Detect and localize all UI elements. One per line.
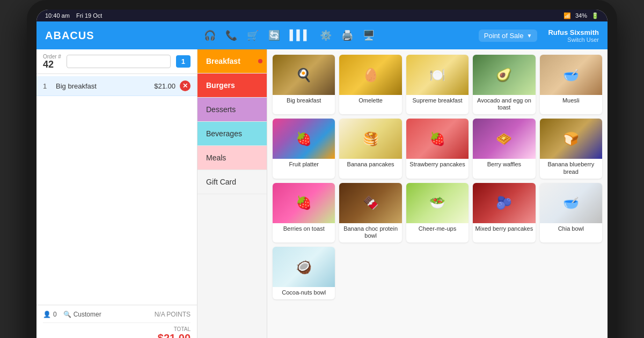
product-name: Banana pancakes	[339, 159, 401, 171]
category-meals[interactable]: Meals	[197, 146, 267, 170]
order-panel: Order # 42 1 1 Big breakfast $21.00 ✕	[36, 49, 197, 338]
product-name: Fruit platter	[273, 159, 335, 171]
product-strawberry-pancakes[interactable]: 🍓 Strawberry pancakes	[406, 119, 469, 178]
category-beverages[interactable]: Beverages	[197, 122, 267, 146]
product-big-breakfast[interactable]: 🍳 Big breakfast	[273, 55, 335, 114]
customer-name-field[interactable]: 🔍 Customer	[63, 311, 101, 318]
customer-left: 👤 0 🔍 Customer	[43, 311, 101, 318]
category-gift-card[interactable]: Gift Card	[197, 170, 267, 194]
product-name: Omelette	[339, 95, 401, 107]
product-fruit-platter[interactable]: 🍓 Fruit platter	[273, 119, 335, 178]
status-bar: 10:40 am Fri 19 Oct 📶 34% 🔋	[36, 10, 608, 21]
product-name: Cheer-me-ups	[406, 223, 469, 236]
status-time-date: 10:40 am Fri 19 Oct	[45, 12, 102, 19]
product-image: 🥥	[273, 247, 335, 287]
product-image: 🍫	[339, 183, 401, 223]
barcode-icon[interactable]: ▌▌▌	[290, 30, 310, 41]
product-berry-waffles[interactable]: 🧇 Berry waffles	[473, 119, 535, 178]
order-item-price: $21.00	[154, 82, 175, 90]
product-banana-blueberry[interactable]: 🍞 Banana blueberry bread	[540, 119, 602, 178]
category-breakfast[interactable]: Breakfast	[197, 49, 267, 74]
screen: 10:40 am Fri 19 Oct 📶 34% 🔋 ABACUS 🎧 📞 🛒…	[36, 10, 608, 338]
battery-icon: 🔋	[591, 12, 599, 19]
product-name: Berries on toast	[273, 223, 335, 236]
product-name: Strawberry pancakes	[406, 159, 469, 171]
product-image: 🫐	[473, 183, 535, 223]
settings-icon[interactable]: ⚙️	[320, 30, 332, 41]
product-muesli[interactable]: 🥣 Muesli	[540, 55, 602, 114]
product-name: Mixed berry pancakes	[473, 223, 535, 236]
product-name: Muesli	[540, 95, 602, 107]
phone-icon[interactable]: 📞	[225, 30, 237, 41]
order-number: 42	[43, 60, 61, 69]
order-search-input[interactable]	[67, 55, 171, 68]
product-image: 🍞	[540, 119, 602, 159]
product-name: Chia bowl	[540, 223, 602, 236]
product-name: Cocoa-nuts bowl	[273, 287, 335, 299]
toolbar: ABACUS 🎧 📞 🛒 🔄 ▌▌▌ ⚙️ 🖨️ 🖥️ Point of Sal…	[36, 21, 608, 49]
product-name: Berry waffles	[473, 159, 535, 171]
user-info: Rufus Sixsmith Switch User	[548, 28, 599, 43]
device-frame: 10:40 am Fri 19 Oct 📶 34% 🔋 ABACUS 🎧 📞 🛒…	[27, 0, 617, 338]
order-items-list: 1 Big breakfast $21.00 ✕	[36, 74, 197, 305]
product-name: Supreme breakfast	[406, 95, 469, 107]
product-supreme-breakfast[interactable]: 🍽️ Supreme breakfast	[406, 55, 469, 114]
switch-user-link[interactable]: Switch User	[548, 36, 599, 43]
product-image: 🥚	[339, 55, 401, 95]
product-image: 🥣	[540, 55, 602, 95]
product-image: 🍓	[406, 119, 469, 159]
product-banana-pancakes[interactable]: 🥞 Banana pancakes	[339, 119, 401, 178]
products-grid: 🍳 Big breakfast 🥚 Omelette 🍽️ Supreme br…	[273, 55, 602, 299]
category-desserts[interactable]: Desserts	[197, 98, 267, 122]
order-item[interactable]: 1 Big breakfast $21.00 ✕	[36, 76, 197, 96]
customer-count: 👤 0	[43, 311, 57, 318]
battery-level: 34%	[575, 12, 587, 19]
product-image: 🥗	[406, 183, 469, 223]
product-berries-toast[interactable]: 🍓 Berries on toast	[273, 183, 335, 243]
chevron-down-icon: ▼	[526, 33, 532, 39]
product-banana-choc[interactable]: 🍫 Banana choc protein bowl	[339, 183, 401, 243]
product-chia-bowl[interactable]: 🥣 Chia bowl	[540, 183, 602, 243]
categories-panel: Breakfast Burgers Desserts Beverages Mea…	[197, 49, 267, 338]
refresh-icon[interactable]: 🔄	[268, 30, 280, 41]
pos-selector[interactable]: Point of Sale ▼	[479, 30, 538, 42]
order-number-block: Order # 42	[43, 54, 61, 69]
product-avocado-egg[interactable]: 🥑 Avocado and egg on toast	[473, 55, 535, 114]
points-display: N/A POINTS	[155, 311, 191, 318]
product-cheer-me-ups[interactable]: 🥗 Cheer-me-ups	[406, 183, 469, 243]
product-cocoa-nuts[interactable]: 🥥 Cocoa-nuts bowl	[273, 247, 335, 299]
main-content: Order # 42 1 1 Big breakfast $21.00 ✕	[36, 49, 608, 338]
order-quantity-badge: 1	[176, 55, 191, 68]
cart-icon[interactable]: 🛒	[247, 30, 259, 41]
order-footer: 👤 0 🔍 Customer N/A POINTS DISC	[36, 305, 197, 338]
user-name: Rufus Sixsmith	[548, 28, 599, 36]
product-image: 🥞	[339, 119, 401, 159]
toolbar-icons: 🎧 📞 🛒 🔄 ▌▌▌ ⚙️ 🖨️ 🖥️	[111, 30, 468, 41]
total-label: TOTAL	[130, 326, 191, 332]
order-item-name: Big breakfast	[56, 82, 150, 90]
print-icon[interactable]: 🖨️	[341, 30, 353, 41]
products-panel: 🍳 Big breakfast 🥚 Omelette 🍽️ Supreme br…	[267, 49, 608, 338]
pos-selector-label: Point of Sale	[484, 32, 524, 40]
monitor-icon[interactable]: 🖥️	[363, 30, 375, 41]
product-image: 🍓	[273, 119, 335, 159]
customer-count-value: 0	[53, 311, 57, 318]
total-block: TOTAL $21.00 NEW CUSTOMER ORDER DETAILS	[130, 326, 191, 338]
product-image: 🍳	[273, 55, 335, 95]
remove-item-button[interactable]: ✕	[180, 80, 191, 91]
product-name: Avocado and egg on toast	[473, 95, 535, 114]
order-item-qty: 1	[43, 82, 52, 90]
person-icon: 👤	[43, 311, 51, 318]
category-burgers[interactable]: Burgers	[197, 74, 267, 98]
status-indicators: 📶 34% 🔋	[564, 12, 599, 19]
product-mixed-berry[interactable]: 🫐 Mixed berry pancakes	[473, 183, 535, 243]
headset-icon[interactable]: 🎧	[204, 30, 216, 41]
product-image: 🍓	[273, 183, 335, 223]
wifi-icon: 📶	[564, 12, 571, 19]
product-image: 🥣	[540, 183, 602, 223]
total-value: $21.00	[130, 332, 191, 338]
product-omelette[interactable]: 🥚 Omelette	[339, 55, 401, 114]
order-header: Order # 42 1	[36, 49, 197, 74]
customer-row: 👤 0 🔍 Customer N/A POINTS	[43, 311, 191, 323]
product-image: 🍽️	[406, 55, 469, 95]
